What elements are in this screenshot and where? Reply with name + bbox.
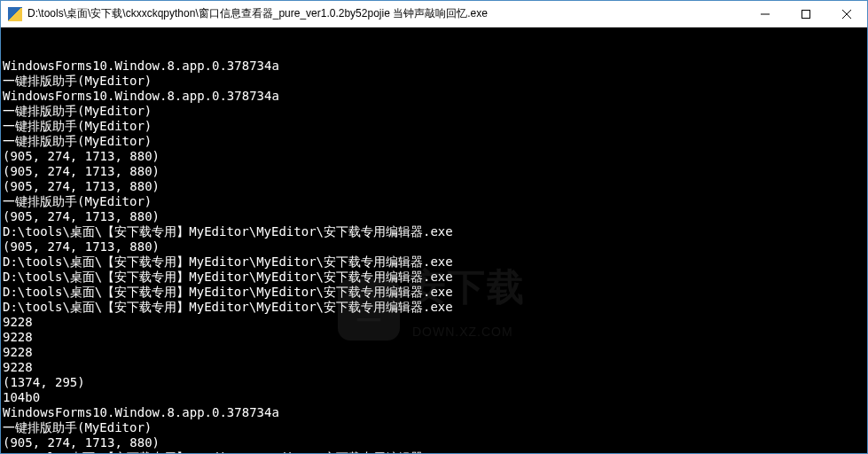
- titlebar[interactable]: D:\tools\桌面\安下载\ckxxckqpython\窗口信息查看器_pu…: [1, 1, 867, 27]
- console-line: (905, 274, 1713, 880): [3, 164, 865, 179]
- console-line: D:\tools\桌面\【安下载专用】MyEditor\MyEditor\安下载…: [3, 224, 865, 239]
- console-line: 一键排版助手(MyEditor): [3, 420, 865, 435]
- console-line: 一键排版助手(MyEditor): [3, 119, 865, 134]
- window-controls: [745, 1, 867, 27]
- minimize-button[interactable]: [745, 1, 786, 27]
- console-line: D:\tools\桌面\【安下载专用】MyEditor\MyEditor\安下载…: [3, 285, 865, 300]
- console-line: D:\tools\桌面\【安下载专用】MyEditor\MyEditor\安下载…: [3, 254, 865, 270]
- console-line: 一键排版助手(MyEditor): [3, 134, 865, 149]
- console-line: 9228: [3, 360, 865, 375]
- app-icon: [8, 7, 22, 21]
- window-title: D:\tools\桌面\安下载\ckxxckqpython\窗口信息查看器_pu…: [27, 6, 745, 21]
- console-line: (1374, 295): [3, 375, 865, 390]
- maximize-button[interactable]: [786, 1, 826, 27]
- console-line: (905, 274, 1713, 880): [3, 435, 865, 450]
- close-button[interactable]: [826, 1, 867, 27]
- console-line: WindowsForms10.Window.8.app.0.378734a: [3, 89, 865, 104]
- console-line: (905, 274, 1713, 880): [3, 179, 865, 194]
- svg-rect-1: [802, 10, 810, 18]
- console-line: 104b0: [3, 390, 865, 405]
- console-line: WindowsForms10.Window.8.app.0.378734a: [3, 59, 865, 74]
- console-line: D:\tools\桌面\【安下载专用】MyEditor\MyEditor\安下载…: [3, 270, 865, 285]
- console-line: (905, 274, 1713, 880): [3, 149, 865, 164]
- console-line: 一键排版助手(MyEditor): [3, 104, 865, 119]
- console-line: 9228: [3, 330, 865, 345]
- console-line: (905, 274, 1713, 880): [3, 239, 865, 254]
- console-line: 一键排版助手(MyEditor): [3, 194, 865, 209]
- console-line: D:\tools\桌面\【安下载专用】MyEditor\MyEditor\安下载…: [3, 450, 865, 453]
- console-output[interactable]: 安下载 DOWN.XZ.COM WindowsForms10.Window.8.…: [1, 27, 867, 453]
- console-line: D:\tools\桌面\【安下载专用】MyEditor\MyEditor\安下载…: [3, 300, 865, 315]
- console-line: 9228: [3, 345, 865, 360]
- console-line: (905, 274, 1713, 880): [3, 209, 865, 224]
- console-line: 9228: [3, 315, 865, 330]
- console-line: WindowsForms10.Window.8.app.0.378734a: [3, 405, 865, 420]
- console-line: 一键排版助手(MyEditor): [3, 74, 865, 89]
